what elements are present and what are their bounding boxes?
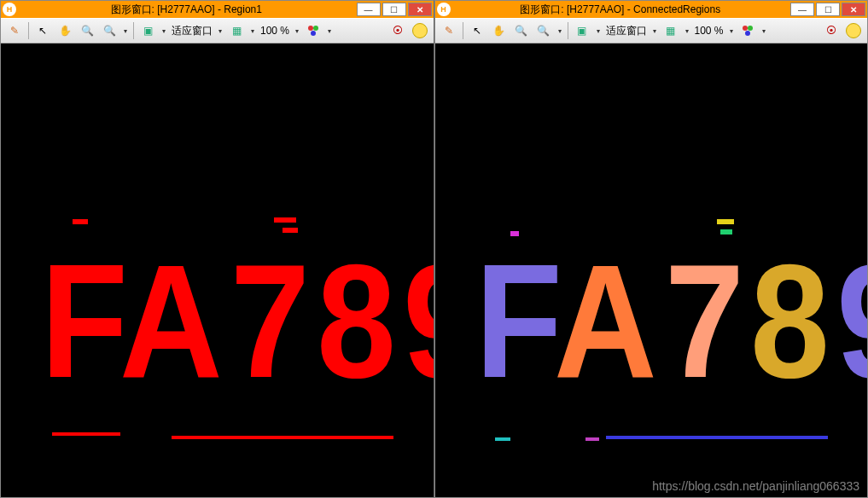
- zoom-percent-dropdown-icon[interactable]: ▾: [727, 27, 736, 35]
- char-F: F: [475, 240, 558, 402]
- hint-bulb-icon[interactable]: [410, 20, 430, 41]
- separator: [133, 22, 134, 39]
- char-8: 8: [317, 240, 393, 402]
- svg-point-0: [308, 26, 313, 31]
- maximize-button[interactable]: ☐: [816, 3, 840, 16]
- draw-tool-icon[interactable]: ✎: [4, 20, 25, 41]
- window-controls: — ☐ ✕: [357, 3, 432, 16]
- minimize-button[interactable]: —: [790, 3, 814, 16]
- graph-icon[interactable]: ⦿: [387, 20, 408, 41]
- separator: [463, 22, 463, 39]
- svg-point-5: [745, 31, 750, 36]
- svg-point-2: [311, 31, 316, 36]
- fit-dropdown-icon[interactable]: ▾: [594, 27, 603, 35]
- palette-icon[interactable]: ▦: [661, 20, 681, 41]
- underline: [606, 436, 828, 439]
- close-button[interactable]: ✕: [842, 3, 865, 16]
- char-7: 7: [665, 240, 741, 402]
- char-F: F: [41, 240, 125, 402]
- svg-point-1: [313, 26, 318, 31]
- char-9: 9: [836, 240, 867, 402]
- graph-icon[interactable]: ⦿: [821, 20, 842, 41]
- toolbar: ✎ ↖ ✋ 🔍 🔍 ▾ ▣ ▾ 适应窗口 ▾ ▦ ▾ 100 % ▾ ▾ ⦿: [435, 18, 868, 43]
- image-canvas[interactable]: F A 7 8 9 0: [1, 43, 434, 497]
- fit-window-icon[interactable]: ▣: [572, 20, 592, 41]
- separator: [28, 22, 29, 39]
- fit-window-icon[interactable]: ▣: [137, 20, 158, 41]
- window-title: 图形窗口: [H2777AAO] - ConnectedRegions: [454, 3, 788, 17]
- palette-dropdown-icon[interactable]: ▾: [683, 27, 691, 35]
- plate-region: F A 7 8 9 0: [35, 223, 405, 419]
- color-dropdown-icon[interactable]: ▾: [325, 27, 334, 35]
- app-icon: H: [3, 3, 16, 16]
- palette-dropdown-icon[interactable]: ▾: [248, 27, 257, 35]
- toolbar: ✎ ↖ ✋ 🔍 🔍 ▾ ▣ ▾ 适应窗口 ▾ ▦ ▾ 100 % ▾ ▾ ⦿: [1, 18, 434, 43]
- window-controls: — ☐ ✕: [790, 3, 865, 16]
- palette-icon[interactable]: ▦: [226, 20, 247, 41]
- zoom-percent-label: 100 %: [693, 25, 725, 37]
- zoom-percent-dropdown-icon[interactable]: ▾: [293, 27, 301, 35]
- color-dropdown-icon[interactable]: ▾: [760, 27, 768, 35]
- zoom-tool-icon[interactable]: 🔍: [511, 20, 532, 41]
- char-A: A: [119, 240, 218, 402]
- pointer-tool-icon[interactable]: ↖: [467, 20, 487, 41]
- window-title: 图形窗口: [H2777AAO] - Region1: [20, 3, 353, 17]
- close-button[interactable]: ✕: [408, 3, 432, 16]
- fit-dropdown2-icon[interactable]: ▾: [650, 27, 659, 35]
- pointer-tool-icon[interactable]: ↖: [32, 20, 53, 41]
- zoom-dropdown-icon[interactable]: ▾: [556, 27, 564, 35]
- maximize-button[interactable]: ☐: [382, 3, 406, 16]
- titlebar[interactable]: H 图形窗口: [H2777AAO] - ConnectedRegions — …: [435, 1, 868, 18]
- underline: [172, 436, 393, 439]
- pan-tool-icon[interactable]: ✋: [55, 20, 75, 41]
- fit-label: 适应窗口: [604, 24, 649, 38]
- window-connected-regions: H 图形窗口: [H2777AAO] - ConnectedRegions — …: [434, 0, 869, 498]
- char-7: 7: [230, 240, 306, 402]
- color-tool-icon[interactable]: [303, 20, 323, 41]
- zoom-dropdown-icon[interactable]: ▾: [121, 27, 130, 35]
- titlebar[interactable]: H 图形窗口: [H2777AAO] - Region1 — ☐ ✕: [1, 1, 434, 18]
- window-region1: H 图形窗口: [H2777AAO] - Region1 — ☐ ✕ ✎ ↖ ✋…: [0, 0, 434, 498]
- zoom-percent-label: 100 %: [259, 25, 291, 37]
- fit-dropdown2-icon[interactable]: ▾: [216, 27, 224, 35]
- color-tool-icon[interactable]: [737, 20, 758, 41]
- char-A: A: [553, 240, 652, 402]
- minimize-button[interactable]: —: [357, 3, 381, 16]
- underline: [52, 432, 120, 436]
- underline: [585, 437, 599, 441]
- separator: [568, 22, 568, 39]
- draw-tool-icon[interactable]: ✎: [439, 20, 459, 41]
- dual-window-container: H 图形窗口: [H2777AAO] - Region1 — ☐ ✕ ✎ ↖ ✋…: [0, 0, 868, 498]
- hint-bulb-icon[interactable]: [843, 20, 864, 41]
- zoom-in-icon[interactable]: 🔍: [533, 20, 554, 41]
- char-9: 9: [403, 240, 434, 402]
- pan-tool-icon[interactable]: ✋: [489, 20, 510, 41]
- svg-point-3: [743, 26, 748, 31]
- app-icon: H: [437, 3, 451, 16]
- zoom-tool-icon[interactable]: 🔍: [77, 20, 97, 41]
- underline: [495, 437, 510, 441]
- fit-dropdown-icon[interactable]: ▾: [160, 27, 168, 35]
- zoom-in-icon[interactable]: 🔍: [99, 20, 119, 41]
- image-canvas[interactable]: F A 7 8 9 0: [435, 43, 868, 497]
- fit-label: 适应窗口: [170, 24, 214, 38]
- svg-point-4: [748, 26, 753, 31]
- char-8: 8: [750, 240, 826, 402]
- plate-region: F A 7 8 9 0: [469, 223, 839, 419]
